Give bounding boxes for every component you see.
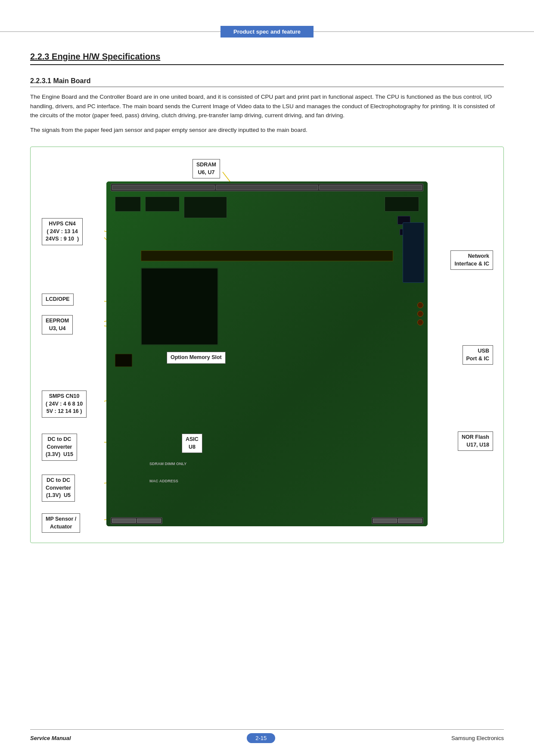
label-hvps: HVPS CN4 ( 24V : 13 14 24VS : 9 10 ) — [42, 218, 83, 245]
footer-page-number: 2-15 — [247, 733, 275, 743]
diagram-wrapper: SDRAM DIMM ONLY MAC ADDRESS SDRAM U6, U7… — [37, 156, 497, 552]
label-option-memory: Option Memory Slot — [167, 352, 226, 364]
header-title: Product spec and feature — [220, 26, 314, 37]
label-smps: SMPS CN10 ( 24V : 4 6 8 10 5V : 12 14 16… — [42, 390, 87, 418]
label-nor-flash: NOR Flash U17, U18 — [458, 431, 493, 451]
body-text-1: The Engine Board and the Controller Boar… — [30, 92, 504, 120]
label-eeprom: EEPROM U3, U4 — [42, 315, 73, 334]
label-dc-converter-1: DC to DC Converter (3.3V) U15 — [42, 434, 77, 461]
subsection-title: 2.2.3.1 Main Board — [30, 77, 504, 87]
footer-service-manual: Service Manual — [30, 735, 71, 741]
label-usb: USB Port & IC — [463, 345, 493, 365]
footer: Service Manual 2-15 Samsung Electronics — [30, 729, 504, 743]
pcb-board: SDRAM DIMM ONLY MAC ADDRESS — [106, 181, 428, 526]
diagram-container: SDRAM DIMM ONLY MAC ADDRESS SDRAM U6, U7… — [30, 147, 504, 543]
label-dc-converter-2: DC to DC Converter (1.3V) U5 — [42, 475, 75, 502]
header-line-right — [314, 31, 534, 32]
pcb-inner: SDRAM DIMM ONLY MAC ADDRESS — [106, 181, 428, 526]
body-text-2: The signals from the paper feed jam sens… — [30, 125, 504, 135]
label-network: Network Interface & IC — [450, 250, 493, 270]
label-asic: ASIC U8 — [182, 434, 202, 453]
footer-company: Samsung Electronics — [451, 735, 504, 741]
main-content: 2.2.3 Engine H/W Specifications 2.2.3.1 … — [30, 52, 504, 543]
label-lcd: LCD/OPE — [42, 294, 74, 306]
label-sdram: SDRAM U6, U7 — [192, 159, 220, 178]
header-bar: Product spec and feature — [0, 26, 534, 37]
label-mp-sensor: MP Sensor / Actuator — [42, 513, 80, 533]
section-title: 2.2.3 Engine H/W Specifications — [30, 52, 504, 65]
header-line-left — [0, 31, 220, 32]
